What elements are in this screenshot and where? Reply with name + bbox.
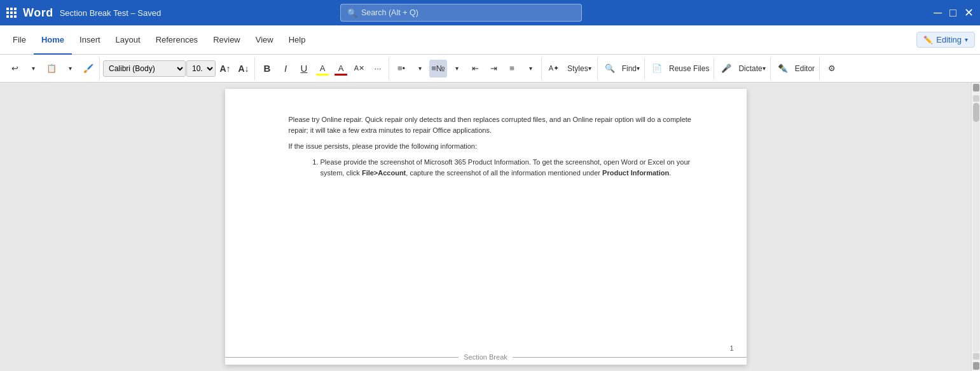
more-format-icon: ···	[375, 64, 382, 73]
scrollbar-track[interactable]	[973, 103, 979, 352]
more-format-button[interactable]: ···	[369, 60, 387, 78]
styles-label: Styles	[567, 64, 588, 73]
highlight-icon: A	[320, 64, 326, 73]
app-name: Word	[23, 6, 53, 20]
scrollbar-thumb[interactable]	[973, 103, 979, 122]
indent-increase-icon: ⇥	[490, 64, 497, 73]
scrollbar-bottom-btn[interactable]	[973, 353, 979, 360]
font-decrease-button[interactable]: A↓	[235, 60, 252, 78]
scrollbar-top-btn[interactable]	[973, 95, 979, 102]
close-button[interactable]: ✕	[964, 6, 974, 20]
toolbar: ↩ ▾ 📋 ▾ 🖌️ Calibri (Body) 10.5 A↑ A↓ B I…	[0, 55, 980, 83]
clear-format-icon: A✕	[354, 64, 364, 72]
tab-review[interactable]: Review	[205, 25, 248, 55]
customize-ribbon-button[interactable]: ⚙	[823, 60, 841, 78]
page-number: 1	[729, 344, 733, 352]
section-break-label: Section Break	[459, 353, 512, 361]
highlight-button[interactable]: A	[314, 60, 331, 78]
align-arrow-icon[interactable]: ▾	[521, 60, 539, 78]
indent-increase-button[interactable]: ⇥	[485, 60, 502, 78]
find-label: Find	[622, 64, 637, 73]
bullet-list-icon: ≡•	[397, 64, 405, 73]
section-break-right-line	[513, 357, 747, 358]
undo-redo-group: ↩ ▾ 📋 ▾ 🖌️	[4, 57, 100, 80]
page-area[interactable]: Please try Online repair. Quick repair o…	[0, 83, 971, 371]
find-button[interactable]: Find ▾	[619, 60, 642, 78]
font-increase-button[interactable]: A↑	[216, 60, 234, 78]
list-group: ≡• ▾ ≡№ ▾ ⇤ ⇥ ≡ ▾	[390, 57, 542, 80]
italic-button[interactable]: I	[277, 60, 294, 78]
section-break-left-line	[225, 357, 459, 358]
scrollbar-up-arrow[interactable]	[973, 84, 979, 91]
microphone-icon[interactable]: 🎤	[717, 60, 735, 78]
numbered-list-button[interactable]: ≡№	[429, 60, 447, 78]
find-arrow-icon: ▾	[637, 65, 640, 72]
doc-list-item-1: Please provide the screenshot of Microso…	[321, 157, 696, 179]
minimize-button[interactable]: ─	[934, 6, 942, 20]
section-break-container: Section Break	[225, 349, 747, 365]
styles-button[interactable]: Styles ▾	[563, 60, 595, 78]
bold-button[interactable]: B	[258, 60, 276, 78]
tab-view[interactable]: View	[248, 25, 281, 55]
numbered-list-icon: ≡№	[431, 64, 445, 73]
pencil-icon: ✏️	[923, 36, 933, 44]
align-icon: ≡	[509, 64, 514, 73]
font-color-icon: A	[338, 64, 344, 73]
editor-label: Editor	[795, 64, 815, 73]
search-icon: 🔍	[347, 8, 357, 18]
doc-paragraph-2: If the issue persists, please provide th…	[289, 141, 696, 152]
bullet-list-arrow-icon[interactable]: ▾	[411, 60, 429, 78]
editor-icon[interactable]: ✒️	[774, 60, 792, 78]
search-toolbar-icon[interactable]: 🔍	[601, 60, 619, 78]
clear-format-button[interactable]: A✕	[350, 60, 368, 78]
numbered-list-arrow-icon[interactable]: ▾	[448, 60, 466, 78]
scrollbar-down-arrow[interactable]	[973, 362, 979, 370]
tab-home[interactable]: Home	[34, 25, 72, 55]
bullet-list-button[interactable]: ≡•	[392, 60, 410, 78]
align-button[interactable]: ≡	[503, 60, 521, 78]
clipboard-arrow-icon[interactable]: ▾	[61, 60, 79, 78]
search-bar[interactable]: 🔍 Search (Alt + Q)	[340, 4, 582, 22]
indent-decrease-button[interactable]: ⇤	[466, 60, 484, 78]
format-group: B I U A A A✕ ···	[256, 57, 389, 80]
maximize-button[interactable]: □	[949, 6, 956, 20]
dictate-button[interactable]: Dictate ▾	[736, 60, 768, 78]
editing-label: Editing	[936, 35, 962, 44]
format-painter-button[interactable]: 🖌️	[79, 60, 97, 78]
undo-arrow-icon[interactable]: ▾	[24, 60, 42, 78]
find-group: 🔍 Find ▾	[599, 57, 645, 80]
editor-group: ✒️ Editor	[772, 57, 820, 80]
tab-references[interactable]: References	[148, 25, 205, 55]
underline-button[interactable]: U	[295, 60, 313, 78]
document-page[interactable]: Please try Online repair. Quick repair o…	[225, 89, 747, 365]
search-placeholder: Search (Alt + Q)	[361, 8, 418, 17]
dictate-group: 🎤 Dictate ▾	[715, 57, 770, 80]
clipboard-button[interactable]: 📋	[43, 60, 60, 78]
reuse-icon[interactable]: 📄	[648, 60, 666, 78]
text-effect-button[interactable]: A✦	[545, 60, 563, 78]
tab-file[interactable]: File	[5, 25, 34, 55]
waffle-icon[interactable]	[6, 8, 17, 18]
font-color-button[interactable]: A	[332, 60, 350, 78]
tab-help[interactable]: Help	[281, 25, 314, 55]
tab-layout[interactable]: Layout	[108, 25, 148, 55]
reuse-files-group: 📄 Reuse Files	[646, 57, 714, 80]
page-content: Please try Online repair. Quick repair o…	[289, 114, 696, 179]
tab-insert[interactable]: Insert	[72, 25, 108, 55]
reuse-files-button[interactable]: Reuse Files	[666, 60, 712, 78]
styles-group: A✦ Styles ▾	[543, 57, 598, 80]
customize-group: ⚙	[821, 57, 843, 80]
undo-button[interactable]: ↩	[6, 60, 24, 78]
doc-title[interactable]: Section Break Test – Saved	[60, 8, 161, 18]
title-bar-right: ─ □ ✕	[934, 6, 974, 20]
font-size-select[interactable]: 10.5	[186, 60, 216, 77]
main-area: Please try Online repair. Quick repair o…	[0, 83, 980, 371]
styles-arrow-icon: ▾	[588, 65, 591, 72]
right-scrollbar[interactable]	[971, 83, 980, 371]
editing-button[interactable]: ✏️ Editing ▾	[916, 32, 975, 48]
font-family-select[interactable]: Calibri (Body)	[103, 60, 186, 77]
font-group: Calibri (Body) 10.5 A↑ A↓	[101, 57, 255, 80]
indent-decrease-icon: ⇤	[472, 64, 479, 73]
highlight-color-bar	[316, 74, 329, 76]
editor-button[interactable]: Editor	[792, 60, 817, 78]
